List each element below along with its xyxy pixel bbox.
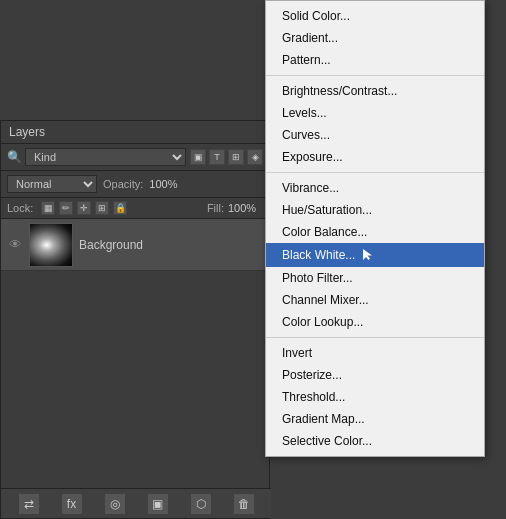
menu-item-4[interactable]: Levels...	[266, 102, 484, 124]
blend-opacity-row: Normal Opacity: 100%	[1, 171, 269, 198]
menu-item-8[interactable]: Hue/Saturation...	[266, 199, 484, 221]
layers-panel-header: Layers	[1, 121, 269, 144]
layer-thumbnail	[29, 223, 73, 267]
lock-label: Lock:	[7, 202, 33, 214]
fx-button[interactable]: fx	[62, 494, 82, 514]
lock-move-icon[interactable]: ✛	[77, 201, 91, 215]
filter-adjust-icon[interactable]: T	[209, 149, 225, 165]
fill-label: Fill:	[207, 202, 224, 214]
menu-item-10[interactable]: Black White...	[266, 243, 484, 267]
menu-separator-2	[266, 75, 484, 76]
search-icon: 🔍	[7, 150, 21, 164]
menu-separator-6	[266, 172, 484, 173]
menu-item-13[interactable]: Color Lookup...	[266, 311, 484, 333]
menu-item-16[interactable]: Threshold...	[266, 386, 484, 408]
adjustment-button[interactable]: ▣	[148, 494, 168, 514]
filter-pixel-icon[interactable]: ▣	[190, 149, 206, 165]
menu-item-7[interactable]: Vibrance...	[266, 177, 484, 199]
layers-panel: Layers 🔍 Kind ▣ T ⊞ ◈ Normal Opacity: 10…	[0, 120, 270, 519]
layers-title: Layers	[9, 125, 45, 139]
menu-item-0[interactable]: Solid Color...	[266, 5, 484, 27]
layer-filter-icons: ▣ T ⊞ ◈	[190, 149, 263, 165]
menu-item-17[interactable]: Gradient Map...	[266, 408, 484, 430]
filter-type-icon[interactable]: ⊞	[228, 149, 244, 165]
layer-visibility-icon[interactable]: 👁	[7, 237, 23, 253]
fill-value: 100%	[228, 202, 263, 214]
menu-item-1[interactable]: Gradient...	[266, 27, 484, 49]
menu-item-3[interactable]: Brightness/Contrast...	[266, 80, 484, 102]
menu-item-14[interactable]: Invert	[266, 342, 484, 364]
layers-bottom-toolbar: ⇄ fx ◎ ▣ ⬡ 🗑	[1, 488, 271, 518]
layers-search-row: 🔍 Kind ▣ T ⊞ ◈	[1, 144, 269, 171]
menu-item-18[interactable]: Selective Color...	[266, 430, 484, 452]
filter-shape-icon[interactable]: ◈	[247, 149, 263, 165]
menu-item-12[interactable]: Channel Mixer...	[266, 289, 484, 311]
menu-item-15[interactable]: Posterize...	[266, 364, 484, 386]
kind-select[interactable]: Kind	[25, 148, 186, 166]
menu-separator-13	[266, 337, 484, 338]
delete-layer-button[interactable]: 🗑	[234, 494, 254, 514]
context-menu: Solid Color...Gradient...Pattern...Brigh…	[265, 0, 485, 457]
thumb-image	[30, 224, 72, 266]
menu-item-2[interactable]: Pattern...	[266, 49, 484, 71]
layer-name: Background	[79, 238, 143, 252]
opacity-label: Opacity:	[103, 178, 143, 190]
lock-artboard-icon[interactable]: ⊞	[95, 201, 109, 215]
layer-row-background[interactable]: 👁 Background	[1, 219, 269, 271]
menu-item-5[interactable]: Curves...	[266, 124, 484, 146]
lock-paint-icon[interactable]: ✏	[59, 201, 73, 215]
opacity-value: 100%	[149, 178, 184, 190]
lock-all-icon[interactable]: 🔒	[113, 201, 127, 215]
lock-transparency-icon[interactable]: ▦	[41, 201, 55, 215]
blend-mode-select[interactable]: Normal	[7, 175, 97, 193]
mask-button[interactable]: ◎	[105, 494, 125, 514]
menu-item-11[interactable]: Photo Filter...	[266, 267, 484, 289]
lock-row: Lock: ▦ ✏ ✛ ⊞ 🔒 Fill: 100%	[1, 198, 269, 219]
group-button[interactable]: ⬡	[191, 494, 211, 514]
link-layers-button[interactable]: ⇄	[19, 494, 39, 514]
menu-item-9[interactable]: Color Balance...	[266, 221, 484, 243]
menu-item-6[interactable]: Exposure...	[266, 146, 484, 168]
